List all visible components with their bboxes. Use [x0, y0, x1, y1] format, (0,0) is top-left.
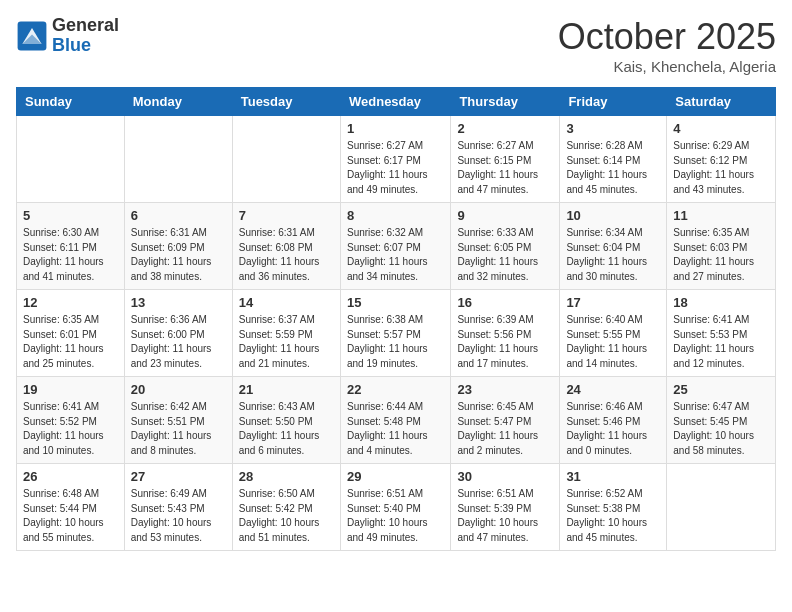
day-info: Sunrise: 6:40 AM Sunset: 5:55 PM Dayligh…	[566, 313, 660, 371]
day-number: 14	[239, 295, 334, 310]
calendar-cell: 14Sunrise: 6:37 AM Sunset: 5:59 PM Dayli…	[232, 290, 340, 377]
day-info: Sunrise: 6:41 AM Sunset: 5:53 PM Dayligh…	[673, 313, 769, 371]
day-number: 26	[23, 469, 118, 484]
day-number: 27	[131, 469, 226, 484]
logo: General Blue	[16, 16, 119, 56]
day-number: 21	[239, 382, 334, 397]
calendar-cell: 2Sunrise: 6:27 AM Sunset: 6:15 PM Daylig…	[451, 116, 560, 203]
calendar-cell: 11Sunrise: 6:35 AM Sunset: 6:03 PM Dayli…	[667, 203, 776, 290]
calendar-cell: 7Sunrise: 6:31 AM Sunset: 6:08 PM Daylig…	[232, 203, 340, 290]
logo-icon	[16, 20, 48, 52]
day-number: 10	[566, 208, 660, 223]
month-title: October 2025	[558, 16, 776, 58]
calendar-cell: 19Sunrise: 6:41 AM Sunset: 5:52 PM Dayli…	[17, 377, 125, 464]
calendar-cell: 29Sunrise: 6:51 AM Sunset: 5:40 PM Dayli…	[340, 464, 450, 551]
calendar-cell: 23Sunrise: 6:45 AM Sunset: 5:47 PM Dayli…	[451, 377, 560, 464]
calendar-cell: 3Sunrise: 6:28 AM Sunset: 6:14 PM Daylig…	[560, 116, 667, 203]
logo-general-text: General	[52, 16, 119, 36]
calendar-week-1: 1Sunrise: 6:27 AM Sunset: 6:17 PM Daylig…	[17, 116, 776, 203]
day-number: 1	[347, 121, 444, 136]
day-info: Sunrise: 6:45 AM Sunset: 5:47 PM Dayligh…	[457, 400, 553, 458]
day-number: 13	[131, 295, 226, 310]
calendar-week-3: 12Sunrise: 6:35 AM Sunset: 6:01 PM Dayli…	[17, 290, 776, 377]
weekday-header-friday: Friday	[560, 88, 667, 116]
day-info: Sunrise: 6:39 AM Sunset: 5:56 PM Dayligh…	[457, 313, 553, 371]
weekday-header-tuesday: Tuesday	[232, 88, 340, 116]
title-section: October 2025 Kais, Khenchela, Algeria	[558, 16, 776, 75]
day-info: Sunrise: 6:46 AM Sunset: 5:46 PM Dayligh…	[566, 400, 660, 458]
calendar-cell	[667, 464, 776, 551]
calendar-cell: 9Sunrise: 6:33 AM Sunset: 6:05 PM Daylig…	[451, 203, 560, 290]
day-info: Sunrise: 6:27 AM Sunset: 6:15 PM Dayligh…	[457, 139, 553, 197]
calendar-table: SundayMondayTuesdayWednesdayThursdayFrid…	[16, 87, 776, 551]
calendar-cell: 10Sunrise: 6:34 AM Sunset: 6:04 PM Dayli…	[560, 203, 667, 290]
day-number: 2	[457, 121, 553, 136]
calendar-cell: 27Sunrise: 6:49 AM Sunset: 5:43 PM Dayli…	[124, 464, 232, 551]
calendar-cell: 20Sunrise: 6:42 AM Sunset: 5:51 PM Dayli…	[124, 377, 232, 464]
day-info: Sunrise: 6:30 AM Sunset: 6:11 PM Dayligh…	[23, 226, 118, 284]
calendar-cell: 28Sunrise: 6:50 AM Sunset: 5:42 PM Dayli…	[232, 464, 340, 551]
day-number: 29	[347, 469, 444, 484]
day-info: Sunrise: 6:49 AM Sunset: 5:43 PM Dayligh…	[131, 487, 226, 545]
day-number: 15	[347, 295, 444, 310]
day-info: Sunrise: 6:31 AM Sunset: 6:09 PM Dayligh…	[131, 226, 226, 284]
day-info: Sunrise: 6:51 AM Sunset: 5:40 PM Dayligh…	[347, 487, 444, 545]
calendar-cell: 5Sunrise: 6:30 AM Sunset: 6:11 PM Daylig…	[17, 203, 125, 290]
page-header: General Blue October 2025 Kais, Khenchel…	[16, 16, 776, 75]
calendar-cell: 24Sunrise: 6:46 AM Sunset: 5:46 PM Dayli…	[560, 377, 667, 464]
day-info: Sunrise: 6:37 AM Sunset: 5:59 PM Dayligh…	[239, 313, 334, 371]
day-number: 23	[457, 382, 553, 397]
day-number: 4	[673, 121, 769, 136]
weekday-header-sunday: Sunday	[17, 88, 125, 116]
calendar-cell: 21Sunrise: 6:43 AM Sunset: 5:50 PM Dayli…	[232, 377, 340, 464]
calendar-cell: 17Sunrise: 6:40 AM Sunset: 5:55 PM Dayli…	[560, 290, 667, 377]
calendar-cell: 16Sunrise: 6:39 AM Sunset: 5:56 PM Dayli…	[451, 290, 560, 377]
day-info: Sunrise: 6:31 AM Sunset: 6:08 PM Dayligh…	[239, 226, 334, 284]
day-number: 8	[347, 208, 444, 223]
day-number: 19	[23, 382, 118, 397]
day-number: 18	[673, 295, 769, 310]
day-number: 7	[239, 208, 334, 223]
day-info: Sunrise: 6:43 AM Sunset: 5:50 PM Dayligh…	[239, 400, 334, 458]
calendar-cell: 25Sunrise: 6:47 AM Sunset: 5:45 PM Dayli…	[667, 377, 776, 464]
weekday-header-thursday: Thursday	[451, 88, 560, 116]
day-info: Sunrise: 6:51 AM Sunset: 5:39 PM Dayligh…	[457, 487, 553, 545]
weekday-header-row: SundayMondayTuesdayWednesdayThursdayFrid…	[17, 88, 776, 116]
calendar-cell: 26Sunrise: 6:48 AM Sunset: 5:44 PM Dayli…	[17, 464, 125, 551]
day-number: 16	[457, 295, 553, 310]
calendar-cell: 18Sunrise: 6:41 AM Sunset: 5:53 PM Dayli…	[667, 290, 776, 377]
day-info: Sunrise: 6:42 AM Sunset: 5:51 PM Dayligh…	[131, 400, 226, 458]
calendar-cell	[17, 116, 125, 203]
logo-blue-text: Blue	[52, 36, 119, 56]
day-number: 11	[673, 208, 769, 223]
day-info: Sunrise: 6:41 AM Sunset: 5:52 PM Dayligh…	[23, 400, 118, 458]
day-info: Sunrise: 6:28 AM Sunset: 6:14 PM Dayligh…	[566, 139, 660, 197]
location-text: Kais, Khenchela, Algeria	[558, 58, 776, 75]
day-info: Sunrise: 6:35 AM Sunset: 6:01 PM Dayligh…	[23, 313, 118, 371]
calendar-cell: 22Sunrise: 6:44 AM Sunset: 5:48 PM Dayli…	[340, 377, 450, 464]
calendar-cell: 1Sunrise: 6:27 AM Sunset: 6:17 PM Daylig…	[340, 116, 450, 203]
day-number: 28	[239, 469, 334, 484]
weekday-header-saturday: Saturday	[667, 88, 776, 116]
day-info: Sunrise: 6:47 AM Sunset: 5:45 PM Dayligh…	[673, 400, 769, 458]
calendar-cell: 12Sunrise: 6:35 AM Sunset: 6:01 PM Dayli…	[17, 290, 125, 377]
day-number: 6	[131, 208, 226, 223]
day-info: Sunrise: 6:35 AM Sunset: 6:03 PM Dayligh…	[673, 226, 769, 284]
day-info: Sunrise: 6:44 AM Sunset: 5:48 PM Dayligh…	[347, 400, 444, 458]
weekday-header-monday: Monday	[124, 88, 232, 116]
calendar-cell: 31Sunrise: 6:52 AM Sunset: 5:38 PM Dayli…	[560, 464, 667, 551]
day-number: 22	[347, 382, 444, 397]
calendar-cell: 15Sunrise: 6:38 AM Sunset: 5:57 PM Dayli…	[340, 290, 450, 377]
day-info: Sunrise: 6:33 AM Sunset: 6:05 PM Dayligh…	[457, 226, 553, 284]
day-number: 31	[566, 469, 660, 484]
day-number: 30	[457, 469, 553, 484]
day-info: Sunrise: 6:27 AM Sunset: 6:17 PM Dayligh…	[347, 139, 444, 197]
day-number: 20	[131, 382, 226, 397]
calendar-cell: 30Sunrise: 6:51 AM Sunset: 5:39 PM Dayli…	[451, 464, 560, 551]
calendar-cell	[124, 116, 232, 203]
day-info: Sunrise: 6:29 AM Sunset: 6:12 PM Dayligh…	[673, 139, 769, 197]
day-number: 17	[566, 295, 660, 310]
day-info: Sunrise: 6:48 AM Sunset: 5:44 PM Dayligh…	[23, 487, 118, 545]
day-info: Sunrise: 6:52 AM Sunset: 5:38 PM Dayligh…	[566, 487, 660, 545]
weekday-header-wednesday: Wednesday	[340, 88, 450, 116]
